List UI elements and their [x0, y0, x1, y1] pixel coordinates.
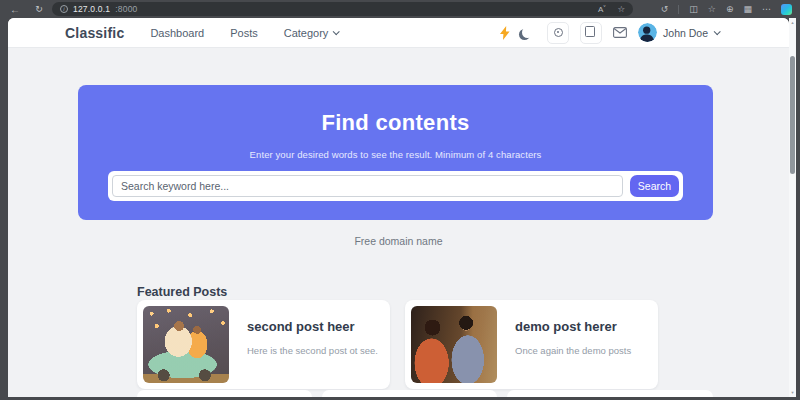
brand-logo[interactable]: Classific	[65, 25, 124, 41]
featured-posts-heading: Featured Posts	[137, 285, 227, 299]
toolbar-divider	[678, 5, 679, 14]
page-content: Find contents Enter your desired words t…	[8, 48, 789, 396]
scroll-down-icon[interactable]: ▼	[789, 390, 796, 395]
clipboard-icon	[587, 28, 595, 37]
post-card[interactable]: demo post herer Once again the demo post…	[405, 300, 658, 389]
chevron-down-icon	[714, 28, 721, 35]
target-button[interactable]	[547, 22, 569, 44]
refresh-icon[interactable]: ↻	[30, 0, 48, 18]
more-icon[interactable]: ⋯	[762, 4, 771, 14]
nav-item-label: Dashboard	[150, 27, 204, 39]
post-description: Once again the demo posts	[515, 345, 631, 356]
nav-item-posts[interactable]: Posts	[230, 27, 258, 39]
chevron-down-icon	[333, 28, 340, 35]
next-row-card-peek	[137, 390, 312, 397]
clipboard-button[interactable]	[580, 22, 602, 44]
browser-window: ← ↻ i 127.0.0.1 :8000 A ☆ ↺ ◫ ☆ ⊕ ▦ ⋯ Cl…	[0, 0, 800, 400]
back-icon[interactable]: ←	[6, 0, 24, 18]
hero-title: Find contents	[78, 85, 713, 136]
post-title: second post heer	[247, 319, 378, 334]
app-navbar: Classific Dashboard Posts Category	[8, 18, 789, 48]
lightning-bolt-icon[interactable]	[499, 26, 511, 40]
address-bar[interactable]: i 127.0.0.1 :8000 A ☆	[52, 2, 633, 16]
post-title: demo post herer	[515, 319, 631, 334]
next-row-card-peek	[322, 390, 497, 397]
target-icon	[554, 28, 563, 37]
avatar	[638, 23, 657, 42]
hero-subtitle: Enter your desired words to see the resu…	[78, 149, 713, 160]
scrollbar[interactable]: ▲ ▼	[789, 18, 796, 397]
url-host: 127.0.0.1	[73, 4, 110, 14]
search-bar: Search	[108, 171, 683, 201]
page-viewport: Classific Dashboard Posts Category	[8, 18, 789, 397]
copilot-icon[interactable]	[781, 4, 792, 15]
nav-item-category[interactable]: Category	[284, 27, 339, 39]
read-aloud-icon[interactable]: A	[598, 5, 605, 14]
post-thumbnail-image	[411, 306, 497, 383]
scrollbar-thumb[interactable]	[790, 56, 795, 174]
site-info-icon[interactable]: i	[60, 5, 68, 13]
promo-text: Free domain name	[8, 235, 789, 247]
search-input[interactable]	[112, 175, 623, 197]
browser-essentials-icon[interactable]: ⊕	[726, 4, 734, 14]
nav-item-dashboard[interactable]: Dashboard	[150, 27, 204, 39]
next-row-card-peek	[507, 390, 713, 397]
extensions-icon[interactable]: ▦	[743, 4, 752, 14]
favorite-star-icon[interactable]: ☆	[617, 4, 625, 14]
hero-banner: Find contents Enter your desired words t…	[78, 85, 713, 220]
featured-posts-row: second post heer Here is the second post…	[137, 300, 658, 389]
post-thumbnail-image	[143, 306, 229, 383]
collections-icon[interactable]: ☆	[708, 4, 716, 14]
nav-item-label: Posts	[230, 27, 258, 39]
mail-icon[interactable]	[613, 27, 627, 38]
nav-item-label: Category	[284, 27, 329, 39]
user-menu[interactable]: John Doe	[638, 23, 719, 42]
post-card[interactable]: second post heer Here is the second post…	[137, 300, 390, 389]
history-icon[interactable]: ↺	[661, 4, 669, 14]
split-screen-icon[interactable]: ◫	[689, 4, 698, 14]
browser-toolbar: ← ↻ i 127.0.0.1 :8000 A ☆ ↺ ◫ ☆ ⊕ ▦ ⋯	[0, 0, 800, 18]
dark-mode-moon-icon[interactable]	[522, 27, 533, 38]
search-button[interactable]: Search	[630, 175, 679, 197]
scroll-up-icon[interactable]: ▲	[789, 20, 796, 25]
user-name: John Doe	[663, 27, 708, 39]
url-port: :8000	[115, 4, 137, 14]
post-description: Here is the second post ot see.	[247, 345, 378, 356]
